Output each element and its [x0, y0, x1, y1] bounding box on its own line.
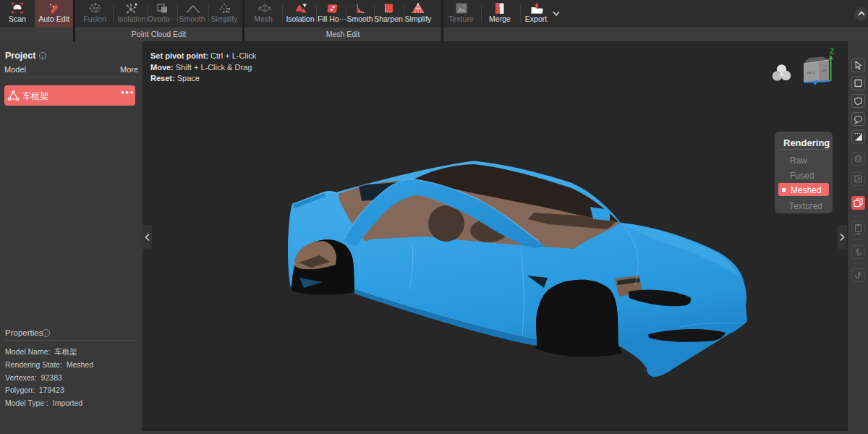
svg-text:Z: Z — [830, 48, 834, 56]
svg-text:LEF: LEF — [821, 69, 827, 72]
svg-text:BACK: BACK — [807, 71, 815, 75]
